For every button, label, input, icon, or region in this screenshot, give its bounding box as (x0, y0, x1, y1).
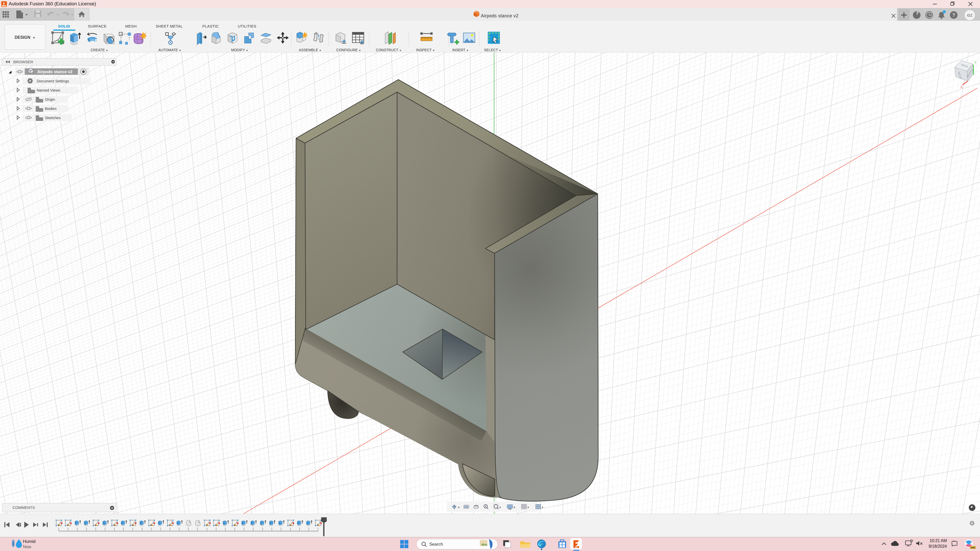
svg-text:Humid: Humid (23, 539, 35, 544)
svg-text:Search: Search (429, 542, 443, 547)
svg-text:360: 360 (575, 546, 578, 548)
svg-text:9/18/2024: 9/18/2024 (929, 544, 947, 548)
svg-text:PRE: PRE (970, 546, 975, 549)
svg-text:10:21 AM: 10:21 AM (929, 538, 947, 543)
svg-text:Now: Now (23, 545, 31, 549)
